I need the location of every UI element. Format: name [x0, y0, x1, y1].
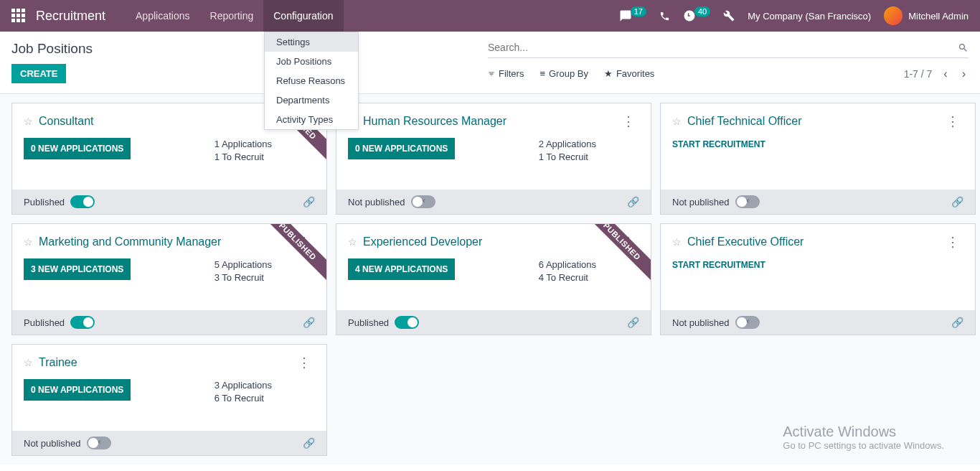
link-icon[interactable]: 🔗	[627, 196, 639, 207]
nav-configuration[interactable]: Configuration	[263, 0, 343, 32]
brand[interactable]: Recruitment	[36, 9, 105, 24]
filter-icon	[488, 70, 495, 78]
publish-label: Not published	[672, 317, 730, 328]
publish-label: Not published	[348, 197, 405, 207]
start-recruitment-button[interactable]: START RECRUITMENT	[672, 258, 765, 271]
clock-icon[interactable]: 40	[683, 9, 710, 22]
card-title[interactable]: Consultant	[39, 115, 94, 128]
phone-icon[interactable]	[659, 11, 670, 22]
navbar: Recruitment Applications Reporting Confi…	[0, 0, 980, 32]
dd-refuse-reasons[interactable]: Refuse Reasons	[265, 71, 358, 90]
messages-icon[interactable]: 17	[619, 9, 646, 22]
pager-count: 1-7 / 7	[904, 68, 933, 80]
dd-activity-types[interactable]: Activity Types	[265, 110, 358, 129]
filters-button[interactable]: Filters	[488, 68, 524, 79]
group-by-button[interactable]: ≡Group By	[540, 68, 588, 79]
publish-toggle[interactable]: ✕	[735, 316, 760, 329]
user-menu[interactable]: Mitchell Admin	[884, 6, 969, 25]
card-footer: Published ✓ 🔗	[336, 310, 651, 335]
publish-toggle[interactable]: ✕	[411, 195, 435, 208]
favorite-star-icon[interactable]: ☆	[348, 236, 357, 248]
star-icon: ★	[604, 68, 613, 79]
card-stats: 6 Applications4 To Recruit	[539, 258, 639, 284]
link-icon[interactable]: 🔗	[303, 437, 315, 449]
tools-icon[interactable]	[723, 10, 735, 22]
publish-toggle[interactable]: ✓	[395, 316, 419, 329]
create-button[interactable]: CREATE	[11, 64, 66, 83]
link-icon[interactable]: 🔗	[951, 196, 963, 207]
new-applications-button[interactable]: 0 NEW APPLICATIONS	[24, 379, 131, 401]
page-title: Job Positions	[11, 41, 93, 57]
publish-label: Published	[348, 317, 389, 328]
card-title[interactable]: Experienced Developer	[363, 236, 482, 248]
card-title[interactable]: Trainee	[39, 356, 77, 369]
publish-label: Published	[24, 317, 65, 328]
control-panel: Job Positions CREATE Filters ≡Group By ★…	[0, 32, 980, 93]
start-recruitment-button[interactable]: START RECRUITMENT	[672, 138, 765, 151]
search-icon[interactable]	[958, 42, 969, 53]
link-icon[interactable]: 🔗	[303, 317, 315, 328]
card-stats: 5 Applications3 To Recruit	[215, 258, 315, 284]
pager-prev[interactable]: ‹	[941, 65, 950, 83]
publish-toggle[interactable]: ✓	[70, 195, 95, 208]
publish-toggle[interactable]: ✕	[735, 195, 760, 208]
clock-badge: 40	[694, 6, 710, 17]
favorite-star-icon[interactable]: ☆	[24, 236, 33, 248]
card-footer: Not published ✕ 🔗	[336, 190, 651, 214]
card-title[interactable]: Marketing and Community Manager	[39, 236, 221, 248]
card-stats: 3 Applications6 To Recruit	[215, 379, 315, 405]
card-stats: 2 Applications1 To Recruit	[539, 138, 639, 164]
card-title[interactable]: Chief Executive Officer	[687, 236, 804, 248]
publish-label: Not published	[672, 197, 730, 207]
new-applications-button[interactable]: 4 NEW APPLICATIONS	[348, 258, 455, 280]
card-footer: Not published ✕ 🔗	[661, 310, 975, 335]
search-input[interactable]	[488, 39, 958, 56]
link-icon[interactable]: 🔗	[303, 196, 315, 207]
dd-settings[interactable]: Settings	[265, 32, 358, 52]
card-title[interactable]: Human Resources Manager	[363, 115, 507, 128]
card-menu-icon[interactable]: ⋮	[618, 113, 639, 129]
favorite-star-icon[interactable]: ☆	[24, 116, 33, 127]
card-menu-icon[interactable]: ⋮	[293, 355, 315, 370]
card-menu-icon[interactable]: ⋮	[942, 234, 963, 250]
favorite-star-icon[interactable]: ☆	[672, 116, 682, 127]
pager: 1-7 / 7 ‹ ›	[904, 65, 969, 83]
new-applications-button[interactable]: 3 NEW APPLICATIONS	[24, 258, 131, 280]
card-footer: Published ✓ 🔗	[12, 310, 326, 335]
nav-reporting[interactable]: Reporting	[200, 0, 264, 32]
card-menu-icon[interactable]: ⋮	[942, 113, 963, 129]
pager-next[interactable]: ›	[959, 65, 969, 83]
config-dropdown: Settings Job Positions Refuse Reasons De…	[264, 32, 359, 130]
kanban-card[interactable]: ☆ Human Resources Manager ⋮ 0 NEW APPLIC…	[336, 103, 651, 215]
kanban-card[interactable]: ☆ Chief Technical Officer ⋮ START RECRUI…	[660, 103, 976, 215]
kanban-card[interactable]: ☆ Chief Executive Officer ⋮ START RECRUI…	[660, 223, 976, 335]
publish-toggle[interactable]: ✓	[70, 316, 95, 329]
kanban-card[interactable]: PUBLISHED ☆ Marketing and Community Mana…	[11, 223, 327, 335]
dd-departments[interactable]: Departments	[265, 90, 358, 110]
new-applications-button[interactable]: 0 NEW APPLICATIONS	[24, 138, 131, 159]
watermark: Activate Windows Go to PC settings to ac…	[783, 424, 944, 451]
search-bar[interactable]	[488, 39, 969, 58]
publish-toggle[interactable]: ✕	[87, 437, 111, 449]
company-select[interactable]: My Company (San Francisco)	[748, 11, 871, 22]
card-stats: 1 Applications1 To Recruit	[215, 138, 315, 164]
dd-job-positions[interactable]: Job Positions	[265, 52, 358, 71]
favorite-star-icon[interactable]: ☆	[24, 357, 33, 368]
link-icon[interactable]: 🔗	[951, 317, 963, 328]
kanban-view: PUBLISHED ☆ Consultant ⋮ 0 NEW APPLICATI…	[0, 93, 980, 465]
new-applications-button[interactable]: 0 NEW APPLICATIONS	[348, 138, 455, 159]
card-footer: Not published ✕ 🔗	[12, 431, 326, 455]
apps-icon[interactable]	[11, 9, 26, 23]
kanban-card[interactable]: PUBLISHED ☆ Experienced Developer ⋮ 4 NE…	[336, 223, 651, 335]
list-icon: ≡	[540, 68, 545, 79]
nav-applications[interactable]: Applications	[126, 0, 200, 32]
card-footer: Not published ✕ 🔗	[661, 190, 975, 214]
favorites-button[interactable]: ★Favorites	[604, 68, 654, 79]
user-name: Mitchell Admin	[908, 11, 969, 22]
card-footer: Published ✓ 🔗	[12, 190, 326, 214]
card-title[interactable]: Chief Technical Officer	[687, 115, 801, 128]
kanban-card[interactable]: ☆ Trainee ⋮ 0 NEW APPLICATIONS3 Applicat…	[11, 344, 327, 456]
messages-badge: 17	[631, 6, 646, 17]
link-icon[interactable]: 🔗	[627, 317, 639, 328]
favorite-star-icon[interactable]: ☆	[672, 236, 682, 248]
